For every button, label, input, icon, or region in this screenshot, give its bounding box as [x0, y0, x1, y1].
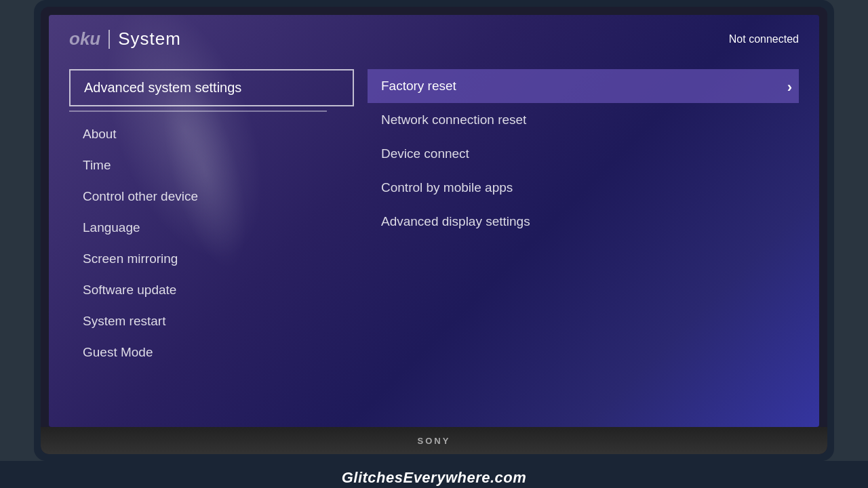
content-area: Advanced system settings About Time Cont…: [69, 69, 799, 413]
right-item-advanced-display[interactable]: Advanced display settings: [368, 205, 799, 239]
right-item-device-connect[interactable]: Device connect: [368, 137, 799, 171]
menu-item-about[interactable]: About: [69, 119, 354, 150]
selected-item-label: Advanced system settings: [84, 80, 241, 95]
website-label: GlitchesEverywhere.com: [342, 469, 527, 487]
menu-item-screen-mirroring[interactable]: Screen mirroring: [69, 243, 354, 274]
left-panel: Advanced system settings About Time Cont…: [69, 69, 354, 413]
roku-logo-area: oku System: [69, 28, 181, 49]
right-item-factory-reset[interactable]: Factory reset ›: [368, 69, 799, 103]
website-footer: GlitchesEverywhere.com: [0, 461, 868, 488]
right-panel: Factory reset › Network connection reset…: [368, 69, 799, 413]
screen: oku System Not connected Advanced system…: [49, 15, 819, 427]
menu-item-language[interactable]: Language: [69, 212, 354, 243]
right-item-network-reset[interactable]: Network connection reset: [368, 103, 799, 137]
chevron-right-icon: ›: [787, 79, 792, 96]
menu-item-guest-mode[interactable]: Guest Mode: [69, 337, 354, 368]
menu-item-time[interactable]: Time: [69, 150, 354, 181]
tv-frame: oku System Not connected Advanced system…: [34, 0, 834, 461]
separator: [69, 110, 327, 112]
connection-status: Not connected: [729, 33, 799, 45]
menu-item-software-update[interactable]: Software update: [69, 274, 354, 306]
menu-item-system-restart[interactable]: System restart: [69, 306, 354, 337]
tv-brand-logo: SONY: [418, 436, 451, 446]
header-divider: [108, 30, 110, 49]
right-item-control-mobile[interactable]: Control by mobile apps: [368, 171, 799, 205]
menu-item-control-other-device[interactable]: Control other device: [69, 181, 354, 212]
header: oku System Not connected: [69, 28, 799, 49]
tv-bottom-bezel: SONY: [41, 427, 827, 454]
page-title: System: [118, 28, 181, 49]
selected-item-box[interactable]: Advanced system settings: [69, 69, 354, 106]
roku-logo: oku: [69, 28, 100, 49]
